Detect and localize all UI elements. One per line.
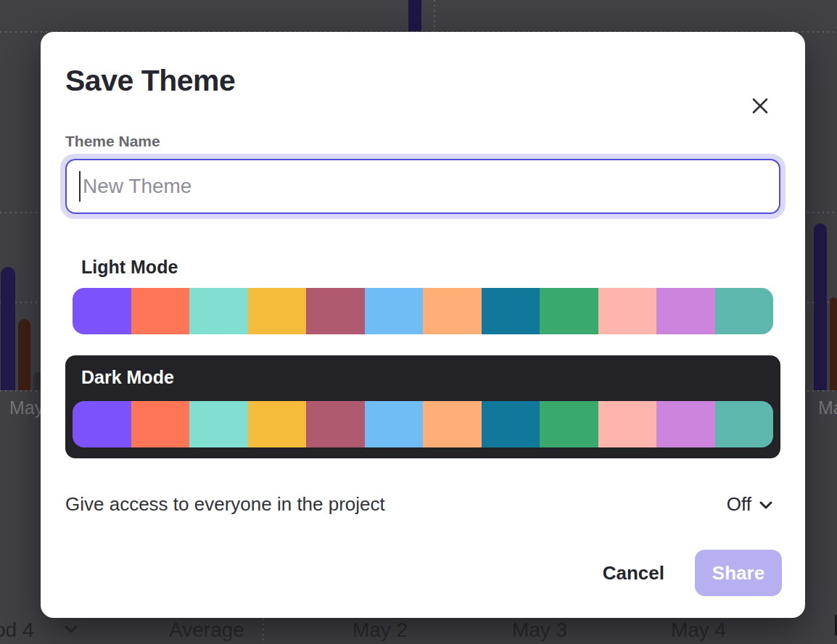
gridline-vertical [434,0,435,31]
palette-swatch [423,401,482,447]
x-axis-label-may2: May 2 [352,619,408,642]
palette-swatch [598,401,657,447]
palette-swatch [73,401,131,447]
palette-swatch [598,288,657,334]
palette-swatch [248,288,307,334]
x-axis-label-right: Ma [818,397,837,418]
x-axis-label-average: Average [169,619,244,642]
background-bar [408,0,421,31]
palette-swatch [715,401,774,447]
light-mode-palette[interactable] [73,288,773,334]
palette-swatch [540,401,598,447]
palette-swatch [248,401,307,447]
palette-swatch [131,288,190,334]
dark-mode-card: Dark Mode [65,355,780,458]
access-dropdown-value: Off [727,493,751,516]
palette-swatch [365,288,424,334]
light-mode-label: Light Mode [81,257,178,278]
dark-mode-label: Dark Mode [81,367,174,388]
theme-name-input-wrapper [60,154,786,219]
chevron-down-icon[interactable] [64,624,78,634]
access-label: Give access to everyone in the project [65,493,385,516]
palette-swatch [306,401,365,447]
background-bar [18,319,30,390]
palette-swatch [482,401,540,447]
period-dropdown-label: od 4 [0,619,34,641]
chevron-down-icon [759,500,773,510]
close-button[interactable] [747,93,773,119]
x-axis-label-may4: May 4 [671,619,726,642]
palette-swatch [306,288,365,334]
gridline-vertical [263,614,264,644]
background-bar [814,223,827,390]
theme-name-label: Theme Name [65,133,160,150]
palette-swatch [540,288,598,334]
x-axis-label-left: May [9,397,44,418]
palette-swatch [365,401,424,447]
period-dropdown[interactable]: od 4 [0,619,34,642]
access-row: Give access to everyone in the project O… [65,493,773,516]
palette-swatch [656,288,715,334]
theme-name-input[interactable] [65,159,780,214]
x-axis-label-may3: May 3 [512,619,567,642]
cancel-button[interactable]: Cancel [603,562,664,585]
palette-swatch [189,288,248,334]
modal-actions: Cancel Share [603,550,782,596]
dark-mode-palette[interactable] [73,401,773,447]
share-button[interactable]: Share [695,550,782,596]
close-icon [751,97,769,115]
access-dropdown[interactable]: Off [727,493,773,516]
palette-swatch [656,401,715,447]
palette-swatch [715,288,774,334]
palette-swatch [482,288,540,334]
palette-swatch [423,288,482,334]
modal-title: Save Theme [65,64,235,98]
save-theme-modal: Save Theme Theme Name Light Mode Dark Mo… [41,32,805,618]
palette-swatch [131,401,190,447]
text-cursor [79,171,81,202]
background-bar [830,297,837,390]
background-bar [1,267,15,390]
palette-swatch [189,401,248,447]
palette-swatch [73,288,131,334]
